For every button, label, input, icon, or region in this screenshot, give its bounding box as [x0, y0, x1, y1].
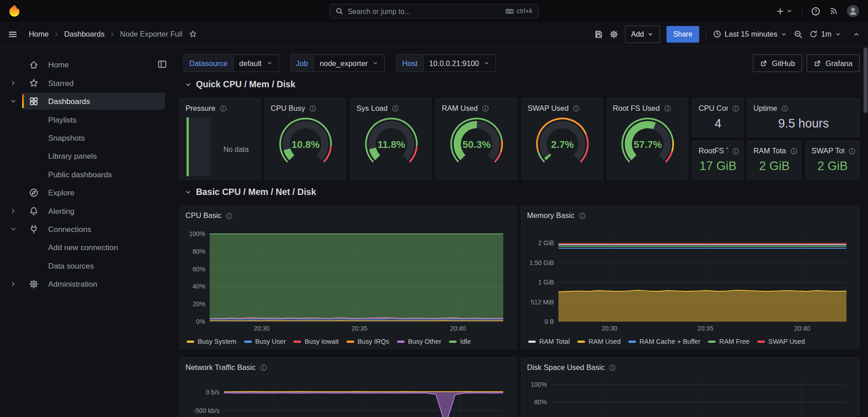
svg-text:10.8%: 10.8%	[291, 139, 320, 150]
info-icon[interactable]	[781, 104, 788, 112]
legend-item[interactable]: RAM Free	[708, 338, 750, 346]
sidebar-item-playlists[interactable]: Playlists	[0, 110, 177, 128]
scrollbar-thumb[interactable]	[863, 47, 868, 113]
sidebar-item-dashboards[interactable]: Dashboards	[0, 92, 177, 110]
info-icon[interactable]	[309, 104, 317, 112]
legend-item[interactable]: Busy System	[187, 338, 236, 346]
sidebar-item-administration[interactable]: Administration	[0, 275, 177, 293]
info-icon[interactable]	[572, 104, 580, 112]
info-icon[interactable]	[226, 212, 233, 219]
chevron-right-icon[interactable]	[9, 207, 17, 214]
section-basic-cpu-mem-net-disk[interactable]: Basic CPU / Mem / Net / Disk	[184, 187, 316, 197]
sys-load-gauge: 11.8%	[357, 113, 425, 168]
bell-icon	[29, 206, 39, 216]
panel-header[interactable]: RootFS Total	[693, 141, 743, 156]
sidebar-item-add-new-connection[interactable]: Add new connection	[0, 238, 177, 256]
zoom-out-icon[interactable]	[794, 30, 803, 39]
panel-header[interactable]: Root FS Used	[607, 99, 688, 114]
home-icon	[29, 60, 39, 70]
sidebar-item-snapshots[interactable]: Snapshots	[0, 128, 177, 147]
legend-item[interactable]: Busy IRQs	[346, 338, 389, 346]
panel-header[interactable]: Sys Load	[351, 99, 431, 114]
grafana-logo[interactable]	[8, 5, 21, 18]
variable-datasource[interactable]: Datasource default	[183, 54, 278, 72]
info-icon[interactable]	[732, 147, 740, 155]
chevron-down-icon[interactable]	[9, 97, 17, 105]
info-icon[interactable]	[609, 364, 616, 371]
panel-header[interactable]: CPU Cores	[693, 99, 743, 114]
info-icon[interactable]	[578, 212, 586, 219]
breadcrumb-home[interactable]: Home	[29, 30, 49, 38]
time-range-picker[interactable]: Last 15 minutes	[713, 30, 787, 38]
info-icon[interactable]	[482, 104, 490, 112]
sidebar-item-alerting[interactable]: Alerting	[0, 202, 177, 220]
stat-value: 17 GiB	[693, 159, 743, 173]
panel-header[interactable]: Memory Basic	[521, 206, 859, 222]
sidebar-item-home[interactable]: Home	[0, 55, 177, 73]
sidebar-item-library-panels[interactable]: Library panels	[0, 147, 177, 165]
avatar[interactable]	[847, 5, 859, 17]
info-icon[interactable]	[732, 104, 740, 112]
sidebar-item-public-dashboards[interactable]: Public dashboards	[0, 165, 177, 183]
github-link-button[interactable]: GitHub	[753, 54, 802, 72]
news-rss-icon[interactable]	[829, 7, 838, 16]
mega-menu-icon[interactable]	[8, 29, 18, 39]
refresh-interval: 1m	[821, 30, 831, 38]
panel-pressure: Pressure No data	[179, 98, 261, 180]
legend-item[interactable]: RAM Cache + Buffer	[628, 338, 700, 346]
panel-header[interactable]: SWAP Used	[522, 99, 603, 114]
chevron-right-icon[interactable]	[9, 79, 17, 86]
legend-item[interactable]: Busy Iowait	[293, 338, 339, 346]
panel-uptime: Uptime 9.5 hours	[747, 98, 860, 137]
variable-job[interactable]: Job node_exporter	[290, 54, 385, 72]
info-icon[interactable]	[790, 147, 797, 155]
sidebar-item-connections[interactable]: Connections	[0, 220, 177, 238]
panel-header[interactable]: Network Traffic Basic	[180, 358, 516, 373]
help-icon[interactable]	[811, 6, 821, 16]
topnav-actions	[776, 5, 859, 17]
refresh-button[interactable]: 1m	[809, 30, 841, 38]
breadcrumb-dashboards[interactable]: Dashboards	[64, 30, 104, 38]
legend-item[interactable]: RAM Used	[577, 338, 621, 346]
legend-item[interactable]: RAM Total	[528, 338, 570, 346]
chevron-down-icon[interactable]	[9, 225, 17, 233]
legend-item[interactable]: SWAP Used	[757, 338, 805, 346]
sidebar-item-explore[interactable]: Explore	[0, 183, 177, 201]
panel-header[interactable]: RAM Total	[748, 141, 801, 156]
panel-cpu-busy: CPU Busy 10.8%	[264, 98, 346, 180]
legend-item[interactable]: Busy User	[244, 338, 286, 346]
variable-host[interactable]: Host 10.0.0.21:9100	[396, 54, 496, 72]
grafana-link-button[interactable]: Grafana	[807, 54, 859, 72]
chevron-right-icon[interactable]	[9, 280, 17, 288]
pressure-bar-gauge	[187, 118, 211, 176]
divider	[706, 29, 706, 39]
svg-text:0 B: 0 B	[544, 318, 554, 325]
new-menu-button[interactable]	[776, 7, 793, 15]
panel-header[interactable]: CPU Basic	[180, 206, 516, 222]
panel-header[interactable]: RAM Used	[436, 99, 517, 114]
settings-gear-icon[interactable]	[609, 30, 618, 39]
info-icon[interactable]	[848, 147, 856, 155]
section-quick-cpu-mem-disk[interactable]: Quick CPU / Mem / Disk	[184, 80, 296, 90]
info-icon[interactable]	[664, 104, 671, 112]
search-input[interactable]: Search or jump to... ctrl+k	[330, 4, 539, 19]
panel-header[interactable]: SWAP Total	[806, 141, 859, 156]
collapse-toolbar-icon[interactable]	[853, 30, 860, 38]
panel-header[interactable]: Disk Space Used Basic	[521, 358, 859, 373]
panel-header[interactable]: CPU Busy	[265, 99, 346, 114]
panel-header[interactable]: Uptime	[748, 99, 859, 114]
memory-basic-legend: RAM TotalRAM UsedRAM Cache + BufferRAM F…	[528, 338, 856, 346]
share-button[interactable]: Share	[667, 26, 699, 43]
sidebar-item-starred[interactable]: Starred	[0, 74, 177, 92]
info-icon[interactable]	[259, 364, 267, 371]
panel-header[interactable]: Pressure	[180, 99, 260, 114]
swap-used-gauge: 2.7%	[528, 113, 597, 168]
info-icon[interactable]	[219, 104, 227, 112]
sidebar-item-data-sources[interactable]: Data sources	[0, 256, 177, 275]
legend-item[interactable]: Idle	[449, 338, 471, 346]
add-button[interactable]: Add	[625, 25, 660, 43]
info-icon[interactable]	[392, 104, 399, 112]
legend-item[interactable]: Busy Other	[397, 338, 441, 346]
star-icon[interactable]	[189, 30, 197, 38]
save-icon[interactable]	[594, 30, 603, 39]
